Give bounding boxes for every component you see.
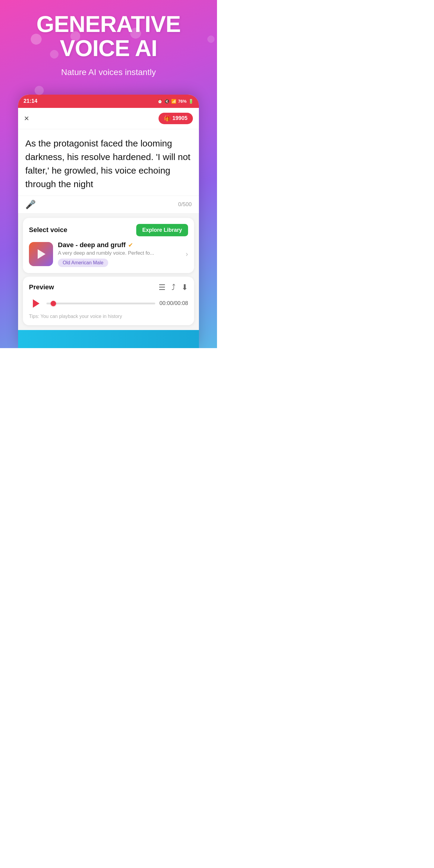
- gift-icon: 🎁: [164, 115, 170, 122]
- coin-count: 19905: [173, 115, 187, 121]
- status-icons: ⏰ 🔇 📶 76% 🔋: [157, 99, 193, 104]
- preview-label: Preview: [29, 283, 54, 291]
- play-button-icon: [33, 299, 39, 308]
- play-button[interactable]: [29, 297, 42, 310]
- preview-actions: ☰ ⤴ ⬇: [158, 283, 188, 292]
- phone-mockup: 21:14 ⏰ 🔇 📶 76% 🔋 × 🎁 19905 As the prota…: [18, 95, 199, 348]
- close-button[interactable]: ×: [24, 114, 29, 123]
- time-display: 00:00/00:08: [159, 300, 188, 307]
- bottom-section: Select voice Explore Library Dave - deep…: [18, 213, 199, 330]
- share-icon[interactable]: ⤴: [172, 283, 176, 292]
- preview-card: Preview ☰ ⤴ ⬇ 00:00/00:08: [23, 277, 194, 325]
- battery-indicator: 76%: [178, 99, 187, 104]
- preview-header: Preview ☰ ⤴ ⬇: [29, 283, 188, 292]
- hero-title: GENERATIVE VOICE AI: [36, 12, 181, 60]
- explore-library-button[interactable]: Explore Library: [136, 224, 188, 236]
- voice-info: Dave - deep and gruff ✔ A very deep and …: [58, 241, 181, 267]
- voice-avatar[interactable]: [29, 242, 53, 266]
- battery-icon: 🔋: [188, 99, 193, 104]
- select-voice-card: Select voice Explore Library Dave - deep…: [23, 218, 194, 273]
- list-icon[interactable]: ☰: [158, 283, 165, 292]
- bottom-strip: [18, 330, 199, 348]
- text-controls: 🎤 0/500: [18, 195, 199, 213]
- select-voice-label: Select voice: [29, 226, 67, 234]
- voice-name-row: Dave - deep and gruff ✔: [58, 241, 181, 249]
- status-bar: 21:14 ⏰ 🔇 📶 76% 🔋: [18, 95, 199, 108]
- coin-badge[interactable]: 🎁 19905: [158, 113, 193, 124]
- main-text[interactable]: As the protagonist faced the looming dar…: [25, 136, 192, 191]
- mic-icon[interactable]: 🎤: [25, 199, 36, 210]
- voice-item[interactable]: Dave - deep and gruff ✔ A very deep and …: [29, 241, 188, 267]
- chevron-right-icon: ›: [186, 250, 188, 258]
- progress-bar[interactable]: [46, 303, 155, 304]
- app-bar: × 🎁 19905: [18, 108, 199, 129]
- voice-play-icon: [38, 249, 45, 259]
- status-time: 21:14: [24, 98, 37, 104]
- hero-subtitle: Nature AI voices instantly: [61, 67, 156, 77]
- char-count: 0/500: [178, 201, 192, 208]
- preview-tip: Tips: You can playback your voice in his…: [29, 314, 188, 319]
- mute-icon: 🔇: [164, 99, 169, 104]
- text-content-area: As the protagonist faced the looming dar…: [18, 129, 199, 195]
- player-row: 00:00/00:08: [29, 297, 188, 310]
- select-voice-header: Select voice Explore Library: [29, 224, 188, 236]
- progress-indicator: [51, 301, 56, 306]
- voice-name: Dave - deep and gruff: [58, 241, 126, 249]
- hero-section: GENERATIVE VOICE AI Nature AI voices ins…: [0, 0, 217, 348]
- voice-tag: Old American Male: [58, 258, 108, 267]
- alarm-icon: ⏰: [157, 99, 162, 104]
- download-icon[interactable]: ⬇: [181, 283, 188, 292]
- voice-description: A very deep and rumbly voice. Perfect fo…: [58, 250, 154, 256]
- verified-icon: ✔: [128, 241, 133, 249]
- wifi-icon: 📶: [171, 99, 176, 104]
